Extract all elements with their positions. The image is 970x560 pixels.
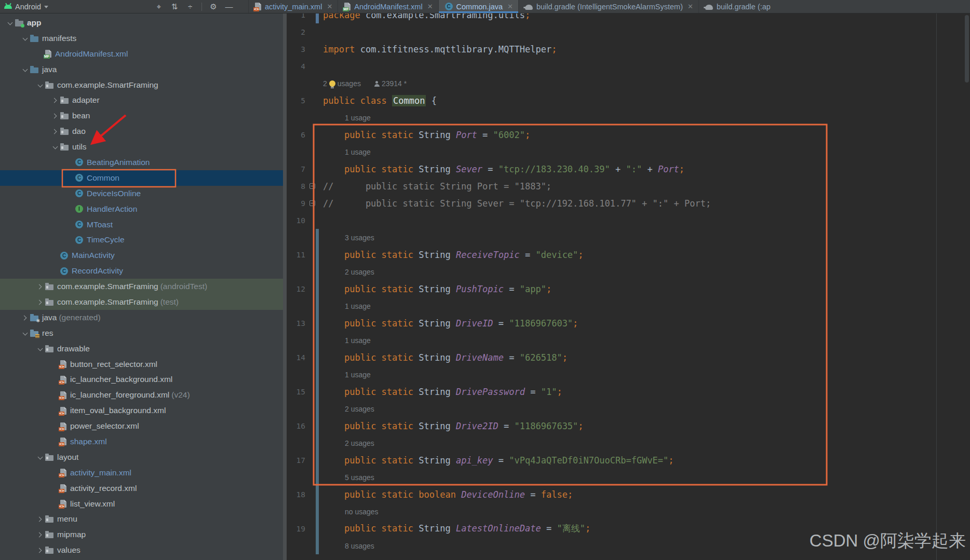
chevron-down-icon[interactable] (21, 34, 30, 43)
tab-activity-main-xml[interactable]: <>activity_main.xml✕ (248, 0, 338, 13)
tree-item-ic-launcher-background-xml[interactable]: <>ic_launcher_background.xml (0, 372, 283, 387)
tree-item-power-selector-xml[interactable]: <>power_selector.xml (0, 418, 283, 434)
hide-panel-icon[interactable]: — (225, 0, 233, 13)
tree-item-values[interactable]: values (0, 542, 283, 558)
close-icon[interactable]: ✕ (327, 3, 332, 10)
close-icon[interactable]: ✕ (427, 3, 433, 10)
chevron-right-icon[interactable] (51, 112, 60, 120)
tree-item-mainactivity[interactable]: CMainActivity (0, 248, 283, 263)
chevron-right-icon[interactable] (36, 298, 45, 306)
code-line: 9// public static String Sever = "tcp://… (287, 195, 970, 212)
tab-common-java[interactable]: CCommon.java✕ (438, 0, 518, 13)
tree-item-drawable[interactable]: drawable (0, 341, 283, 357)
line-number: 3 (287, 45, 308, 53)
author-icon (374, 81, 380, 86)
chevron-right-icon[interactable] (36, 282, 45, 291)
tree-item-label: TimeCycle (87, 235, 125, 244)
tree-item-beatinganimation[interactable]: CBeatingAnimation (0, 155, 283, 170)
tree-item-suffix: (androidTest) (160, 282, 207, 291)
tree-item-ic-launcher-foreground-xml[interactable]: <>ic_launcher_foreground.xml(v24) (0, 387, 283, 403)
xml-file-icon: <> (60, 376, 66, 384)
tab-androidmanifest-xml[interactable]: MFAndroidManifest.xml✕ (338, 0, 438, 13)
expand-all-icon[interactable]: ⇅ (170, 0, 179, 13)
code-text: public static String Sever = "tcp://183.… (319, 164, 684, 174)
tree-item-activity-record-xml[interactable]: <>activity_record.xml (0, 481, 283, 496)
chevron-right-icon[interactable] (36, 546, 45, 554)
tree-item-mipmap[interactable]: mipmap (0, 527, 283, 542)
manifest-file-icon: MF (344, 3, 351, 10)
chevron-right-icon[interactable] (51, 96, 60, 104)
chevron-down-icon[interactable] (6, 19, 15, 27)
chevron-right-icon[interactable] (36, 530, 45, 539)
fold-icon[interactable] (309, 200, 315, 206)
code-editor[interactable]: 1package com.example.SmartFraming.utils;… (287, 13, 970, 560)
tree-item-adapter[interactable]: adapter (0, 92, 283, 108)
editor-scrollbar[interactable] (965, 15, 969, 83)
tree-item-com-example-smartframing[interactable]: com.example.SmartFraming(test) (0, 294, 283, 310)
settings-icon[interactable]: ⚙ (209, 0, 218, 13)
inlay-line: 1 usage (287, 109, 970, 126)
chevron-down-icon[interactable] (51, 143, 60, 151)
tree-item-activity-main-xml[interactable]: <>activity_main.xml (0, 465, 283, 481)
tree-item-shape-xml[interactable]: <>shape.xml (0, 434, 283, 449)
tab-label: build.gradle (IntelligentSmokeAlarmSyste… (536, 3, 683, 11)
locate-file-icon[interactable]: ⌖ (155, 0, 163, 13)
tree-item-com-example-smartframing[interactable]: com.example.SmartFraming (0, 77, 283, 93)
line-number: 10 (287, 216, 308, 225)
close-icon[interactable]: ✕ (507, 3, 513, 10)
tree-item-app[interactable]: app (0, 15, 283, 31)
chevron-down-icon[interactable] (36, 81, 45, 89)
chevron-down-icon[interactable] (21, 65, 30, 74)
class-icon: C (75, 158, 83, 166)
change-marker (316, 212, 319, 229)
tree-item-com-example-smartframing[interactable]: com.example.SmartFraming(androidTest) (0, 279, 283, 294)
tree-item-label: shape.xml (70, 437, 107, 446)
code-text: public class Common { (319, 95, 437, 106)
chevron-down-icon[interactable] (21, 329, 30, 337)
tree-item-java[interactable]: java (0, 62, 283, 77)
chevron-right-icon[interactable] (51, 127, 60, 135)
package-folder-icon (45, 83, 53, 89)
tree-item-layout[interactable]: layout (0, 449, 283, 465)
tree-item-list-view-xml[interactable]: <>list_view.xml (0, 496, 283, 512)
tree-item-button-rect-selector-xml[interactable]: <>button_rect_selector.xml (0, 357, 283, 372)
code-line: 19 public static String LatestOnlineDate… (287, 520, 970, 537)
line-number: 2 (287, 28, 308, 36)
tree-item-utils[interactable]: utils (0, 139, 283, 155)
tree-item-bean[interactable]: bean (0, 108, 283, 124)
usages-inlay: 1 usage (319, 114, 371, 122)
tree-item-res[interactable]: res (0, 325, 283, 341)
tree-item-menu[interactable]: menu (0, 512, 283, 527)
inlay-line: 1 usage (287, 297, 970, 315)
chevron-down-icon[interactable] (36, 345, 45, 353)
chevron-down-icon (44, 6, 48, 8)
tab-build-gradle-ap[interactable]: build.gradle (:ap (698, 0, 776, 13)
tab-build-gradle-intelligentsmokealarmsystem-[interactable]: build.gradle (IntelligentSmokeAlarmSyste… (518, 0, 698, 13)
intention-bulb-icon[interactable] (329, 80, 335, 87)
tree-item-androidmanifest-xml[interactable]: MFAndroidManifest.xml (0, 46, 283, 62)
close-icon[interactable]: ✕ (688, 3, 693, 10)
tree-item-recordactivity[interactable]: CRecordActivity (0, 263, 283, 279)
chevron-right-icon[interactable] (36, 515, 45, 523)
collapse-all-icon[interactable]: ÷ (186, 0, 194, 13)
tree-item-manifests[interactable]: manifests (0, 31, 283, 46)
tree-item-deviceisonline[interactable]: CDeviceIsOnline (0, 186, 283, 201)
tree-item-handleraction[interactable]: IHandlerAction (0, 201, 283, 217)
project-tree-panel[interactable]: appmanifestsMFAndroidManifest.xmljavacom… (0, 13, 283, 560)
chevron-down-icon[interactable] (36, 453, 45, 461)
project-view-selector[interactable]: Android (4, 0, 48, 13)
tree-item-java[interactable]: java(generated) (0, 310, 283, 325)
tree-item-dao[interactable]: dao (0, 124, 283, 139)
res-folder-icon (30, 331, 38, 337)
tree-item-mtoast[interactable]: CMToast (0, 217, 283, 233)
tree-item-item-oval-background-xml[interactable]: <>item_oval_background.xml (0, 403, 283, 418)
tree-item-common[interactable]: CCommon (0, 170, 283, 186)
tree-item-timecycle[interactable]: CTimeCycle (0, 232, 283, 248)
usages-inlay: 8 usages (319, 542, 374, 550)
chevron-right-icon[interactable] (21, 313, 30, 322)
panel-splitter[interactable] (283, 13, 287, 560)
inlay-line: 2 usages (287, 400, 970, 417)
code-text: // public static String Sever = "tcp://1… (319, 198, 711, 209)
tree-item-label: com.example.SmartFraming (57, 282, 158, 291)
fold-icon[interactable] (309, 183, 315, 189)
